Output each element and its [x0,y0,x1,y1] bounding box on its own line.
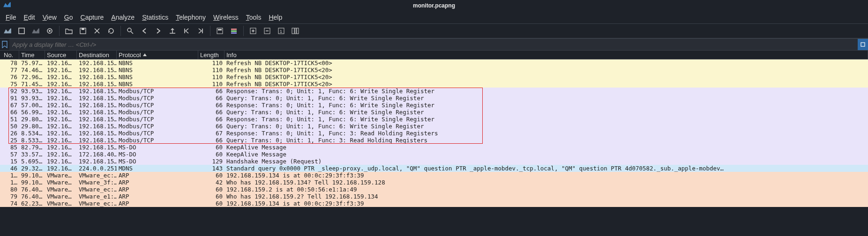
last-icon[interactable] [195,25,206,37]
menu-telephony[interactable]: Telephony [173,13,209,22]
display-filter-input[interactable] [9,39,858,50]
find-icon[interactable] [125,25,136,37]
packet-row[interactable]: 1…99.10…VMware…VMware_3f:…ARP42Who has 1… [0,179,868,186]
forward-icon[interactable] [153,25,164,37]
col-destination[interactable]: Destination [77,51,117,59]
restart-icon[interactable] [30,25,41,37]
svg-rect-7 [218,29,222,30]
col-length[interactable]: Length [198,51,224,59]
menu-edit[interactable]: Edit [21,13,38,22]
menu-tools[interactable]: Tools [243,13,264,22]
packet-row[interactable]: 9193.93…192.16…192.168.15…Modbus/TCP66 Q… [0,95,868,102]
save-icon[interactable] [77,25,89,37]
first-icon[interactable] [181,25,192,37]
packet-row[interactable]: 8582.79…192.16…192.168.15…MS-DO60KeepAli… [0,144,868,151]
packet-row[interactable]: 7875.97…192.16…192.168.15…NBNS110Refresh… [0,59,868,66]
titlebar: monitor.pcapng [0,0,868,11]
packet-row[interactable]: 1…99.10…VMware…VMware_ec:…ARP60192.168.1… [0,172,868,179]
zoom-in-icon[interactable] [247,25,259,37]
reset-zoom-icon[interactable]: 1 [276,25,287,37]
col-source[interactable]: Source [45,51,77,59]
svg-rect-18 [861,43,865,46]
svg-point-5 [127,28,131,32]
zoom-out-icon[interactable] [262,25,273,37]
packet-row[interactable]: 7672.96…192.16…192.168.15…NBNS110Refresh… [0,74,868,81]
svg-rect-9 [231,30,237,32]
packet-row[interactable]: 5129.80…192.16…192.168.15…Modbus/TCP66Re… [0,116,868,123]
wireshark-fin-icon [3,1,11,8]
close-icon[interactable] [91,25,103,37]
svg-rect-15 [292,28,294,34]
options-icon[interactable] [44,25,55,37]
menubar: File Edit View Go Capture Analyze Statis… [0,11,868,23]
toolbar: 1 [0,23,868,38]
svg-rect-4 [82,28,84,30]
fin-icon[interactable] [2,25,13,37]
col-time[interactable]: Time [19,51,45,59]
jump-icon[interactable] [167,25,178,37]
svg-rect-10 [231,32,237,34]
svg-rect-8 [231,29,237,30]
filter-bar [0,38,868,51]
back-icon[interactable] [139,25,150,37]
packet-row[interactable]: 5029.80…192.16…192.168.15…Modbus/TCP66 Q… [0,123,868,130]
packet-row[interactable]: 9293.93…192.16…192.168.15…Modbus/TCP66Re… [0,88,868,95]
packet-row[interactable]: 5733.57…192.16…172.168.40…MS-DO60KeepAli… [0,151,868,158]
svg-point-2 [49,30,51,32]
packet-row[interactable]: 268.534…192.16…192.168.15…Modbus/TCP67Re… [0,130,868,137]
bookmark-icon[interactable] [0,39,9,50]
reload-icon[interactable] [105,25,117,37]
menu-analyze[interactable]: Analyze [108,13,137,22]
menu-view[interactable]: View [40,13,60,22]
packet-row[interactable]: 6757.00…192.16…192.168.15…Modbus/TCP66Re… [0,102,868,109]
resize-icon[interactable] [290,25,301,37]
packet-list-header: No. Time Source Destination Protocol Len… [0,51,868,59]
packet-row[interactable]: 7774.46…192.16…192.168.15…NBNS110Refresh… [0,66,868,74]
svg-rect-16 [295,28,296,34]
col-protocol[interactable]: Protocol [117,51,198,59]
col-info[interactable]: Info [224,51,868,59]
packet-row[interactable]: 4629.32…192.16…224.0.0.251MDNS143Standar… [0,165,868,172]
packet-row[interactable]: 7976.40…VMware…VMware_e1:…ARP60Who has 1… [0,193,868,200]
packet-row[interactable]: 258.533…192.16…192.168.15…Modbus/TCP66 Q… [0,137,868,144]
menu-statistics[interactable]: Statistics [139,13,171,22]
svg-rect-6 [217,28,223,34]
menu-capture[interactable]: Capture [78,13,107,22]
menu-go[interactable]: Go [61,13,76,22]
packet-row[interactable]: 7462.23…VMware…VMware_ec:…ARP60192.168.1… [0,200,868,207]
packet-row[interactable]: 7571.45…192.16…192.168.15…NBNS110Refresh… [0,81,868,88]
packet-row[interactable]: 8076.40…VMware…VMware_ec:…ARP60192.168.1… [0,186,868,193]
menu-help[interactable]: Help [266,13,285,22]
colorize-icon[interactable] [228,25,239,37]
svg-rect-0 [19,28,24,34]
menu-wireless[interactable]: Wireless [210,13,241,22]
menu-file[interactable]: File [3,13,19,22]
packet-list[interactable]: 7875.97…192.16…192.168.15…NBNS110Refresh… [0,59,868,207]
svg-text:1: 1 [280,29,282,34]
packet-row[interactable]: 6656.99…192.16…192.168.15…Modbus/TCP66 Q… [0,109,868,116]
stop-icon[interactable] [16,25,27,37]
open-icon[interactable] [63,25,75,37]
filter-dropdown-icon[interactable] [858,39,868,50]
autoscroll-icon[interactable] [214,25,225,37]
col-no[interactable]: No. [2,51,19,59]
packet-row[interactable]: 155.695…192.16…192.168.15…MS-DO129Handsh… [0,158,868,165]
svg-rect-17 [297,28,299,34]
window-title: monitor.pcapng [413,2,455,9]
